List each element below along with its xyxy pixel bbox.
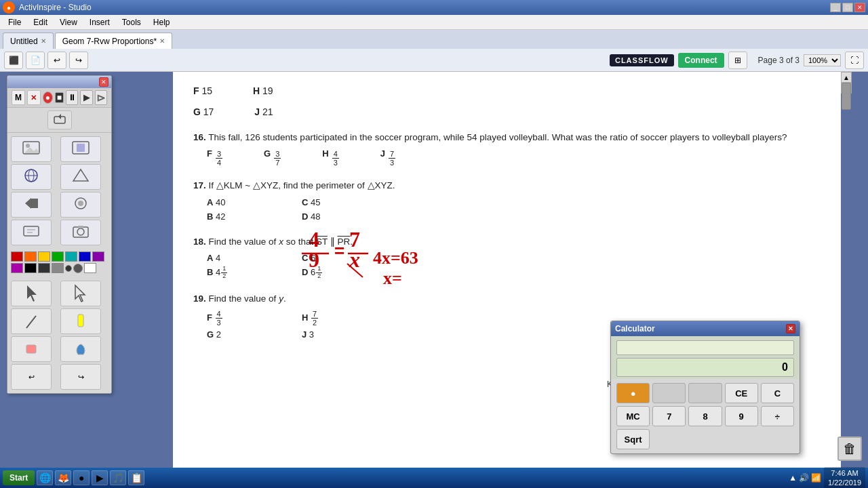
tool-eraser[interactable] <box>11 336 52 362</box>
taskbar-firefox-icon[interactable]: 🦊 <box>55 470 71 485</box>
calc-btn-sqrt[interactable]: Sqrt <box>616 429 650 449</box>
menu-edit[interactable]: Edit <box>28 16 53 28</box>
color-orange[interactable] <box>24 251 37 262</box>
calc-btn-CE[interactable]: CE <box>725 383 758 403</box>
classflow-area: CLASSFLOW Connect ⊞ Page 3 of 3 100% 75%… <box>610 52 864 69</box>
tab-geom[interactable]: Geom 7-Rvw Proportions* ✕ <box>55 33 172 49</box>
tool-photo[interactable] <box>60 136 101 162</box>
tool-shapes[interactable] <box>60 164 101 190</box>
tool-select[interactable] <box>60 281 101 306</box>
svg-rect-26 <box>26 345 36 353</box>
tool-undo[interactable]: ↩ <box>11 364 52 390</box>
scroll-thumb[interactable] <box>842 83 851 110</box>
color-yellow[interactable] <box>38 251 50 262</box>
color-blue[interactable] <box>79 251 91 262</box>
media-m-button[interactable]: M <box>12 90 25 105</box>
color-white[interactable] <box>84 263 96 273</box>
taskbar-media-icon[interactable]: ▶ <box>92 470 108 485</box>
tab-bar: Untitled ✕ Geom 7-Rvw Proportions* ✕ <box>0 30 868 49</box>
tool-pointer[interactable] <box>11 281 52 306</box>
q17-choice-C: C 45 <box>302 197 383 207</box>
share-button[interactable] <box>47 110 72 129</box>
calc-btn-dot[interactable]: ● <box>616 383 650 403</box>
calc-btn-7[interactable]: 7 <box>652 406 686 426</box>
tool-highlighter[interactable] <box>60 308 101 334</box>
q18-choice-C: C 6 <box>302 253 383 263</box>
minimize-button[interactable]: _ <box>830 3 841 12</box>
palette-header[interactable]: ✕ <box>7 76 111 88</box>
palette-close-button[interactable]: ✕ <box>99 77 108 87</box>
calc-btn-MC[interactable]: MC <box>616 406 650 426</box>
taskbar-app2-icon[interactable]: 📋 <box>128 470 144 485</box>
q19-choice-F: F 43 <box>207 310 288 327</box>
palette-icon-grid <box>7 133 111 249</box>
tab-untitled[interactable]: Untitled ✕ <box>3 33 54 49</box>
tool-image[interactable] <box>11 136 52 162</box>
menu-tools[interactable]: Tools <box>117 16 146 28</box>
tool-browser[interactable] <box>11 164 52 190</box>
color-purple[interactable] <box>11 263 23 273</box>
stop-button[interactable]: ■ <box>55 92 64 103</box>
tool-pen[interactable] <box>11 308 52 334</box>
pause-button[interactable]: ⏸ <box>66 90 78 105</box>
close-button[interactable]: ✕ <box>854 3 865 12</box>
toolbar-btn-4[interactable]: ↪ <box>69 52 88 69</box>
media-x-button[interactable]: ✕ <box>27 90 41 105</box>
calc-close-button[interactable]: ✕ <box>786 324 795 333</box>
color-green[interactable] <box>52 251 64 262</box>
tool-left[interactable] <box>11 192 52 218</box>
taskbar-right: ▲ 🔊 📶 7:46 AM 1/22/2019 <box>789 467 865 488</box>
toolbar-btn-2[interactable]: 📄 <box>26 52 45 69</box>
play-button[interactable]: ▶ <box>80 90 92 105</box>
svg-marker-10 <box>73 169 88 181</box>
page-info: Page 3 of 3 <box>758 56 800 65</box>
toolbar-btn-1[interactable]: ⬛ <box>4 52 23 69</box>
color-violet[interactable] <box>92 251 104 262</box>
taskbar-app1-icon[interactable]: 🎵 <box>110 470 126 485</box>
calc-btn-divide[interactable]: ÷ <box>761 406 794 426</box>
svg-rect-6 <box>77 144 85 152</box>
tool-fill[interactable] <box>60 336 101 362</box>
color-darkgray[interactable] <box>38 263 50 273</box>
color-black[interactable] <box>24 263 37 273</box>
toolbar-btn-3[interactable]: ↩ <box>47 52 66 69</box>
scroll-up[interactable]: ▲ <box>841 72 852 83</box>
color-red[interactable] <box>11 251 23 262</box>
calc-btn-8[interactable]: 8 <box>688 406 722 426</box>
q17-number: 17. <box>193 180 206 190</box>
start-button[interactable]: Start <box>3 470 35 485</box>
maximize-button[interactable]: □ <box>842 3 853 12</box>
color-sm-dot2[interactable] <box>73 264 83 273</box>
color-gray[interactable] <box>52 263 64 273</box>
fullscreen-button[interactable]: ⛶ <box>845 52 864 69</box>
tab-close-untitled[interactable]: ✕ <box>41 37 46 45</box>
calc-buttons: ● CE C MC 7 8 9 ÷ Sqrt <box>611 379 800 453</box>
calc-btn-9[interactable]: 9 <box>725 406 758 426</box>
q16-choice-F: F 34 <box>207 148 223 167</box>
zoom-select[interactable]: 100% 75% 50% 125% <box>804 54 841 66</box>
tool-redo[interactable]: ↪ <box>60 364 101 390</box>
record-button[interactable]: ● <box>43 92 53 104</box>
calc-header[interactable]: Calculator ✕ <box>611 321 800 336</box>
taskbar-ie-icon[interactable]: 🌐 <box>37 470 53 485</box>
menu-insert[interactable]: Insert <box>84 16 115 28</box>
svg-line-23 <box>26 316 36 328</box>
recycle-bin-icon[interactable]: 🗑 <box>837 436 862 461</box>
connect-button[interactable]: Connect <box>678 53 724 68</box>
tool-text[interactable] <box>11 220 52 245</box>
taskbar-chrome-icon[interactable]: ● <box>73 470 90 485</box>
tool-camera[interactable] <box>60 220 101 245</box>
menu-help[interactable]: Help <box>148 16 176 28</box>
toolbar-view-btn[interactable]: ⊞ <box>728 52 747 69</box>
app-title: ActivInspire - Studio <box>19 3 830 12</box>
menu-view[interactable]: View <box>54 16 83 28</box>
color-sm-dot1[interactable] <box>65 265 72 272</box>
calc-btn-C[interactable]: C <box>761 383 794 403</box>
svg-marker-11 <box>25 198 31 209</box>
tab-close-geom[interactable]: ✕ <box>159 37 165 45</box>
menu-file[interactable]: File <box>3 16 26 28</box>
svg-marker-4 <box>24 147 39 153</box>
q16-number: 16. <box>193 132 206 142</box>
color-teal[interactable] <box>65 251 77 262</box>
tool-right[interactable] <box>60 192 101 218</box>
